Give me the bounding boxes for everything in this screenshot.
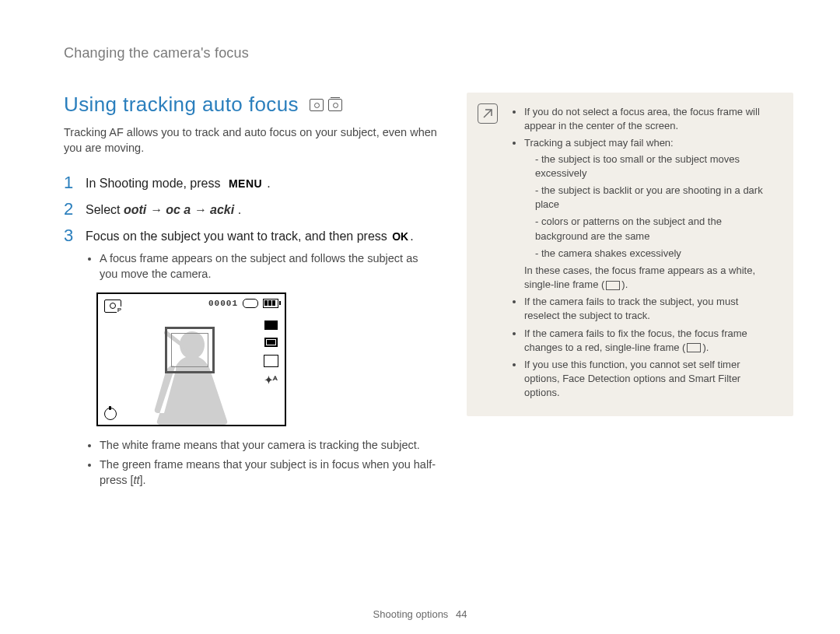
step3-bullets: A focus frame appears on the subject and…	[86, 250, 439, 282]
note-subitem: the subject is backlit or you are shooti…	[535, 184, 776, 212]
left-column: Using tracking auto focus Tracking AF al…	[64, 93, 439, 496]
right-column: If you do not select a focus area, the f…	[467, 93, 793, 416]
lcd-illustration: P 00001 ✦ᴬ	[96, 292, 286, 426]
note-item: If the camera fails to fix the focus, th…	[524, 327, 776, 355]
frame-glyph-icon	[687, 343, 701, 352]
section-intro: Tracking AF allows you to track and auto…	[64, 124, 439, 156]
note-sublist: the subject is too small or the subject …	[524, 152, 776, 261]
lcd-battery-icon	[263, 299, 278, 308]
menu-key-label: MENU	[224, 177, 267, 192]
step-2: 2 Select ooti → oc a → acki .	[64, 200, 439, 219]
note-item: If the camera fails to track the subject…	[524, 295, 776, 323]
step-text-post: .	[410, 229, 413, 243]
step-text-post: .	[234, 203, 241, 216]
note-icon	[478, 103, 498, 124]
step-number: 3	[64, 226, 86, 245]
note-subitem: colors or patterns on the subject and th…	[535, 215, 776, 243]
section-title: Using tracking auto focus	[64, 93, 299, 117]
step-text: In Shooting mode, press MENU.	[86, 173, 271, 192]
bullet: The green frame means that your subject …	[100, 457, 439, 489]
step-number: 2	[64, 200, 86, 219]
step-text: Select ooti → oc a → acki .	[86, 200, 241, 219]
note-after-text: In these cases, the focus frame appears …	[524, 264, 755, 290]
bullet-text: The green frame means that your subject …	[100, 458, 436, 486]
note-list: If you do not select a focus area, the f…	[512, 105, 776, 401]
footer-page-number: 44	[456, 608, 467, 620]
after-lcd-bullets: The white frame means that your camera i…	[86, 437, 439, 488]
note-subitem: the subject is too small or the subject …	[535, 152, 776, 180]
breadcrumb: Changing the camera's focus	[64, 45, 793, 61]
lcd-indicator-2	[264, 338, 278, 347]
step-text-pre: Select	[86, 203, 124, 216]
footer-section: Shooting options	[373, 608, 449, 620]
section-title-row: Using tracking auto focus	[64, 93, 439, 117]
lcd-indicator-3	[264, 355, 278, 367]
lcd-flash-icon: ✦ᴬ	[264, 375, 278, 385]
mode-icons	[310, 99, 342, 111]
lcd-stabilizer-icon	[104, 408, 117, 419]
note-item-text: Tracking a subject may fail when:	[524, 137, 674, 149]
ok-key-label: OK	[390, 230, 410, 243]
step-text-pre: Focus on the subject you want to track, …	[86, 229, 390, 243]
note-item: If you use this function, you cannot set…	[524, 358, 776, 401]
step-number: 1	[64, 173, 86, 192]
focus-frame	[165, 327, 215, 373]
note-item: Tracking a subject may fail when: the su…	[524, 136, 776, 292]
step-list: 1 In Shooting mode, press MENU. 2 Select…	[64, 173, 439, 246]
bullet: The white frame means that your camera i…	[100, 437, 439, 453]
step-3: 3 Focus on the subject you want to track…	[64, 226, 439, 245]
step-text: Focus on the subject you want to track, …	[86, 226, 414, 245]
lcd-right-indicators: ✦ᴬ	[264, 321, 278, 385]
step-text-pre: In Shooting mode, press	[86, 177, 224, 190]
note-item-pre: If the camera fails to fix the focus, th…	[524, 328, 747, 353]
camera-mode-icon	[310, 99, 324, 111]
note-item: If you do not select a focus area, the f…	[524, 105, 776, 133]
lcd-mode-icon: P	[104, 299, 121, 313]
lcd-indicator-1	[264, 321, 278, 330]
lcd-size-icon	[243, 299, 258, 308]
step-text-italic: ooti → oc a → acki	[124, 203, 234, 216]
note-item-post: ).	[702, 342, 709, 353]
bullet: A focus frame appears on the subject and…	[100, 250, 439, 282]
note-subitem: the camera shakes excessively	[535, 247, 776, 261]
step-1: 1 In Shooting mode, press MENU.	[64, 173, 439, 192]
frame-glyph-icon	[606, 281, 620, 290]
lcd-counter: 00001	[208, 299, 238, 308]
video-mode-icon	[328, 99, 342, 111]
page-footer: Shooting options 44	[0, 608, 840, 620]
lcd-top-right-indicators: 00001	[208, 299, 278, 308]
note-box: If you do not select a focus area, the f…	[467, 93, 793, 416]
step-text-post: .	[267, 177, 270, 190]
